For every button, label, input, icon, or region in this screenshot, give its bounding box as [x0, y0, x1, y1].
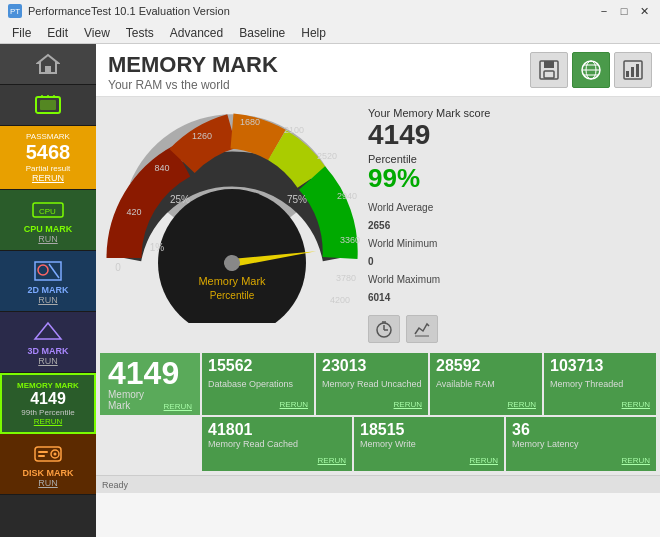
metrics-grid: 4149 Memory Mark RERUN 15562 Database Op… [96, 351, 660, 475]
mem-write-rerun[interactable]: RERUN [470, 456, 498, 465]
timer-icon-btn[interactable] [368, 315, 400, 343]
mem-write-value: 18515 [360, 421, 498, 439]
svg-rect-19 [38, 455, 45, 457]
svg-text:2940: 2940 [337, 191, 357, 201]
svg-text:Memory Mark: Memory Mark [198, 275, 266, 287]
score-world-stats: World Average 2656 World Minimum 0 World… [368, 199, 654, 307]
save-icon-btn[interactable] [530, 52, 568, 88]
menu-view[interactable]: View [76, 24, 118, 42]
mem-read-cached-rerun[interactable]: RERUN [318, 456, 346, 465]
3d-label: 3D MARK [27, 346, 68, 356]
memory-mark-big-value: 4149 [108, 357, 192, 389]
metric-tile-mem-read-cached: 41801 Memory Read Cached RERUN [202, 417, 352, 471]
cpu-run[interactable]: RUN [38, 234, 58, 244]
mem-read-uncached-rerun[interactable]: RERUN [394, 400, 422, 409]
world-max-value: 6014 [368, 292, 390, 303]
svg-rect-15 [35, 447, 61, 461]
3d-run[interactable]: RUN [38, 356, 58, 366]
metrics-row-1: 4149 Memory Mark RERUN 15562 Database Op… [100, 353, 656, 415]
sidebar-cpu-icon[interactable] [0, 85, 96, 126]
bottom-score-icons [368, 315, 654, 343]
memory-mark-big-rerun[interactable]: RERUN [164, 402, 192, 411]
svg-text:3780: 3780 [336, 273, 356, 283]
window-controls[interactable]: − □ ✕ [596, 4, 652, 18]
mem-read-uncached-value: 23013 [322, 357, 422, 375]
metric-tile-mem-write: 18515 Memory Write RERUN [354, 417, 504, 471]
home-icon [30, 50, 66, 78]
minimize-button[interactable]: − [596, 4, 612, 18]
memory-sidebar-score: 4149 [30, 390, 66, 408]
2d-run[interactable]: RUN [38, 295, 58, 305]
svg-text:4200: 4200 [330, 295, 350, 305]
mem-read-cached-name: Memory Read Cached [208, 439, 346, 449]
svg-rect-3 [40, 100, 56, 110]
svg-text:0: 0 [115, 262, 121, 273]
sidebar-2d-mark[interactable]: 2D MARK RUN [0, 251, 96, 312]
metric-tile-memory-mark-big: 4149 Memory Mark RERUN [100, 353, 200, 415]
svg-line-12 [49, 264, 59, 278]
sidebar-3d-mark[interactable]: 3D MARK RUN [0, 312, 96, 373]
menu-file[interactable]: File [4, 24, 39, 42]
memory-sidebar-rerun[interactable]: RERUN [34, 417, 62, 426]
svg-text:75%: 75% [287, 194, 307, 205]
svg-text:25%: 25% [170, 194, 190, 205]
disk-icon [30, 440, 66, 468]
menu-help[interactable]: Help [293, 24, 334, 42]
available-ram-name: Available RAM [436, 379, 536, 389]
menu-tests[interactable]: Tests [118, 24, 162, 42]
window-title: PerformanceTest 10.1 Evaluation Version [28, 5, 596, 17]
svg-rect-30 [631, 67, 634, 77]
db-ops-name: Database Operations [208, 379, 308, 389]
metric-tile-available-ram: 28592 Available RAM RERUN [430, 353, 542, 415]
app-icon: PT [8, 4, 22, 18]
menu-baseline[interactable]: Baseline [231, 24, 293, 42]
chart-icon-btn[interactable] [614, 52, 652, 88]
disk-run[interactable]: RUN [38, 478, 58, 488]
sidebar-memory-mark[interactable]: MEMORY MARK 4149 99th Percentile RERUN [0, 373, 96, 434]
sidebar-disk-mark[interactable]: DISK MARK RUN [0, 434, 96, 495]
svg-rect-1 [45, 66, 51, 73]
globe-icon-btn[interactable] [572, 52, 610, 88]
passmark-sublabel: Partial result [26, 164, 70, 173]
menu-edit[interactable]: Edit [39, 24, 76, 42]
2d-icon [30, 257, 66, 285]
status-bar: Ready [96, 475, 660, 493]
svg-rect-29 [626, 71, 629, 77]
chart-score-area: 0 420 840 1260 1680 2100 2520 2940 [96, 97, 660, 351]
metric-tile-db-ops: 15562 Database Operations RERUN [202, 353, 314, 415]
score-label: Your Memory Mark score [368, 107, 654, 119]
mem-latency-name: Memory Latency [512, 439, 650, 449]
mem-threaded-name: Memory Threaded [550, 379, 650, 389]
svg-text:1260: 1260 [192, 131, 212, 141]
score-value: 4149 [368, 121, 654, 149]
2d-label: 2D MARK [27, 285, 68, 295]
mem-read-uncached-name: Memory Read Uncached [322, 379, 422, 389]
passmark-rerun[interactable]: RERUN [32, 173, 64, 183]
memory-sidebar-label: MEMORY MARK [17, 381, 79, 390]
maximize-button[interactable]: □ [616, 4, 632, 18]
world-avg-label: World Average [368, 202, 433, 213]
status-text: Ready [102, 480, 128, 490]
available-ram-rerun[interactable]: RERUN [508, 400, 536, 409]
mem-latency-rerun[interactable]: RERUN [622, 456, 650, 465]
mem-write-name: Memory Write [360, 439, 498, 449]
sidebar-home[interactable] [0, 44, 96, 85]
svg-rect-22 [544, 71, 554, 78]
db-ops-rerun[interactable]: RERUN [280, 400, 308, 409]
sidebar-passmark[interactable]: PASSMARK 5468 Partial result RERUN [0, 126, 96, 190]
mem-threaded-rerun[interactable]: RERUN [622, 400, 650, 409]
close-button[interactable]: ✕ [636, 4, 652, 18]
content-header: MEMORY MARK Your RAM vs the world [96, 44, 660, 97]
svg-point-17 [54, 453, 57, 456]
menu-bar: File Edit View Tests Advanced Baseline H… [0, 22, 660, 44]
available-ram-value: 28592 [436, 357, 536, 375]
svg-text:1680: 1680 [240, 117, 260, 127]
disk-label: DISK MARK [23, 468, 74, 478]
menu-advanced[interactable]: Advanced [162, 24, 231, 42]
cpu-mark-icon: CPU [30, 196, 66, 224]
chart-results-icon-btn[interactable] [406, 315, 438, 343]
sidebar-cpu-mark[interactable]: CPU CPU MARK RUN [0, 190, 96, 251]
cpu-icon [30, 91, 66, 119]
svg-text:840: 840 [154, 163, 169, 173]
metric-tile-mem-read-uncached: 23013 Memory Read Uncached RERUN [316, 353, 428, 415]
